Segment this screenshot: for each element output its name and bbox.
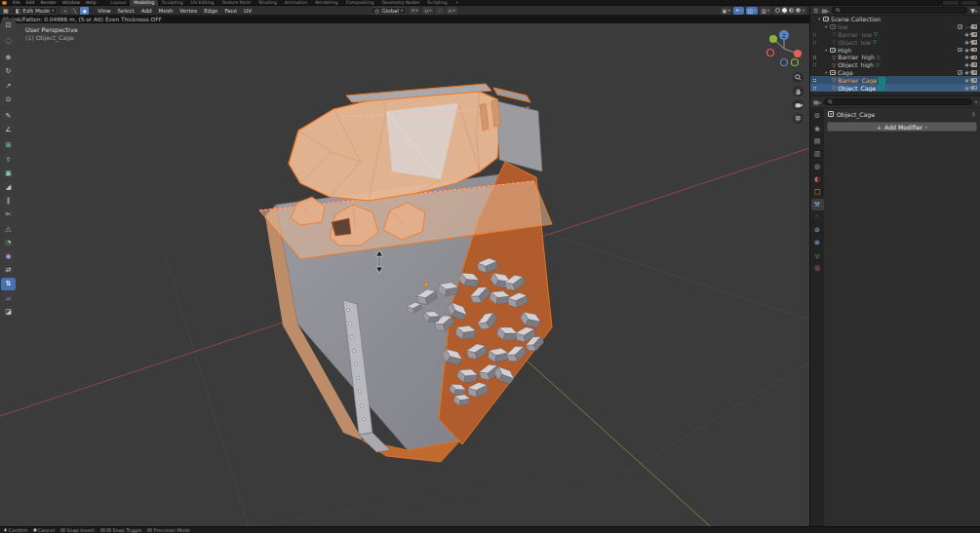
show-gizmo-button[interactable]: ⌖▾ — [733, 7, 743, 15]
gizmo-axis-y-neg[interactable] — [792, 59, 799, 66]
menu-edit[interactable]: Edit — [23, 0, 38, 6]
hide-eye-icon[interactable]: ◉ — [964, 70, 968, 75]
tool-move[interactable]: ⊕ — [1, 52, 16, 64]
camera-visibility-icon[interactable] — [971, 40, 977, 45]
tab-modeling[interactable]: Modeling — [130, 0, 158, 6]
menu-mesh[interactable]: Mesh — [156, 8, 176, 14]
tab-add-workspace[interactable]: + — [451, 0, 463, 6]
menu-file[interactable]: File — [10, 0, 23, 6]
tool-shear[interactable]: ▱ — [1, 291, 16, 304]
outliner-row-barrier-low[interactable]: ▽ Barrier_low ▽ ◉ — [810, 31, 980, 39]
tab-tool[interactable]: ⚙ — [811, 110, 824, 122]
exclude-checkbox[interactable]: ✓ — [958, 24, 962, 29]
tab-modifiers[interactable]: ⚒ — [811, 199, 824, 210]
menu-window[interactable]: Window — [59, 0, 83, 6]
gizmo-axis-x-neg[interactable] — [767, 50, 774, 57]
tab-layout[interactable]: Layout — [107, 0, 131, 6]
pin-icon[interactable]: ✎ — [969, 110, 977, 119]
tab-view-layer[interactable]: ▥ — [811, 148, 824, 160]
pan-button[interactable] — [793, 86, 804, 96]
tab-scripting[interactable]: Scripting — [423, 0, 451, 6]
vertex-select-button[interactable]: ∙ — [60, 7, 69, 15]
xray-toggle-button[interactable]: ▥▾ — [760, 7, 771, 15]
camera-visibility-icon[interactable] — [971, 78, 977, 83]
pivot-point-dropdown[interactable]: ⌖▾ — [410, 7, 419, 15]
tab-render[interactable]: ◉ — [811, 123, 824, 134]
scene-selector[interactable] — [943, 1, 959, 5]
camera-view-button[interactable] — [793, 99, 804, 110]
hide-eye-icon[interactable]: ◉ — [964, 48, 968, 53]
mode-dropdown[interactable]: ◧ Edit Mode ▾ — [12, 7, 59, 15]
edge-select-button[interactable]: ╲ — [70, 7, 79, 15]
hide-eye-icon[interactable]: ◉ — [964, 32, 968, 37]
menu-render[interactable]: Render — [38, 0, 59, 6]
tab-output[interactable]: ▤ — [811, 135, 824, 147]
hide-eye-icon[interactable]: ◉ — [964, 40, 968, 45]
tab-sculpting[interactable]: Sculpting — [158, 0, 186, 6]
rendered-shading-button[interactable] — [796, 8, 801, 13]
navigation-gizmo[interactable]: Z — [763, 27, 805, 70]
camera-visibility-icon[interactable] — [971, 56, 977, 60]
shield-model[interactable] — [259, 84, 552, 462]
tab-particles[interactable]: ∴ — [811, 211, 824, 223]
menu-select[interactable]: Select — [115, 8, 137, 14]
tab-object-data[interactable]: ▽ — [811, 249, 824, 261]
tool-scale[interactable]: ↗ — [1, 79, 16, 92]
tool-shrink-fatten[interactable]: ⇅ — [1, 278, 16, 290]
camera-visibility-icon[interactable] — [971, 32, 977, 37]
editor-type-icon[interactable]: ▦ — [3, 7, 9, 14]
tool-bevel[interactable]: ◢ — [1, 180, 16, 193]
tool-transform[interactable]: ⊙ — [1, 93, 16, 105]
menu-help[interactable]: Help — [83, 0, 98, 6]
outliner-row-cage[interactable]: ▾ Cage ✓ ◉ — [810, 69, 980, 77]
hide-eye-icon[interactable]: ◉ — [964, 62, 968, 67]
viewport-3d[interactable]: Shrink/Fatten: 0.04886 m, (S or Alt) Eve… — [0, 16, 809, 526]
outliner-search-input[interactable] — [832, 7, 967, 14]
tool-annotate[interactable]: ✎ — [1, 109, 16, 122]
snap-toggle-button[interactable]: ∪▾ — [422, 7, 433, 15]
tool-extrude-region[interactable]: ⇧ — [1, 153, 16, 166]
outliner-row-object-high[interactable]: ▽ Object_high ▽ ◉ — [810, 61, 980, 69]
menu-view[interactable]: View — [95, 8, 113, 14]
display-mode-dropdown[interactable]: ▤▾ — [821, 7, 829, 14]
tab-rendering[interactable]: Rendering — [311, 0, 341, 6]
tab-world[interactable]: ◐ — [811, 173, 824, 185]
view-layer-selector[interactable] — [961, 1, 977, 5]
hide-eye-icon[interactable]: ◉ — [964, 55, 968, 59]
tool-smooth[interactable]: ◉ — [1, 249, 16, 262]
gizmo-axis-z-neg[interactable] — [781, 59, 788, 66]
tool-select-box[interactable]: ⊡ — [1, 19, 16, 31]
tab-uv-editing[interactable]: UV Editing — [187, 0, 218, 6]
material-preview-button[interactable] — [789, 8, 794, 13]
outliner-row-high[interactable]: ▾ High ✓ ◉ — [810, 46, 980, 54]
tab-constraints[interactable]: ⊗ — [811, 237, 824, 248]
zoom-button[interactable] — [793, 72, 804, 83]
camera-visibility-icon[interactable] — [971, 24, 977, 29]
tool-edge-slide[interactable]: ⇄ — [1, 264, 16, 277]
tool-poly-build[interactable]: △ — [1, 222, 16, 235]
exclude-checkbox[interactable]: ✓ — [958, 70, 962, 75]
blender-logo-icon[interactable] — [2, 1, 7, 5]
add-modifier-button[interactable]: + Add Modifier ▾ — [827, 122, 977, 132]
tool-spin[interactable]: ◔ — [1, 236, 16, 248]
properties-search-input[interactable] — [824, 98, 972, 105]
face-select-button[interactable]: ▪ — [80, 7, 89, 15]
menu-add[interactable]: Add — [138, 8, 155, 14]
tool-cursor[interactable]: ◌ — [1, 35, 16, 48]
tool-measure[interactable]: ∠ — [1, 123, 16, 135]
outliner-row-object-cage[interactable]: ▽ Object_Cage ▽ ◉ — [810, 84, 980, 92]
outliner-row-barrier-high[interactable]: ▽ Barrier_high ▽ ◉ — [810, 54, 980, 61]
gizmo-axis-y[interactable] — [769, 35, 777, 43]
tab-physics[interactable]: ⊚ — [811, 224, 824, 236]
gizmo-axis-x[interactable] — [794, 50, 802, 57]
menu-uv[interactable]: UV — [241, 8, 255, 14]
camera-visibility-icon[interactable] — [971, 62, 977, 67]
tool-inset-faces[interactable]: ▣ — [1, 167, 16, 179]
falloff-dropdown[interactable]: ∩▾ — [447, 7, 457, 15]
outliner-row-scene-collection[interactable]: ▾ Scene Collection — [810, 16, 980, 23]
outliner-row-low[interactable]: ▾ low ✓ ⌄ — [810, 23, 980, 31]
shading-dropdown-icon[interactable]: ▾ — [803, 8, 804, 13]
proportional-editing-button[interactable]: ◦ — [436, 7, 443, 15]
menu-vertex[interactable]: Vertex — [176, 8, 200, 14]
outliner-row-object-low[interactable]: ▽ Object_low ▽ ◉ — [810, 38, 980, 46]
